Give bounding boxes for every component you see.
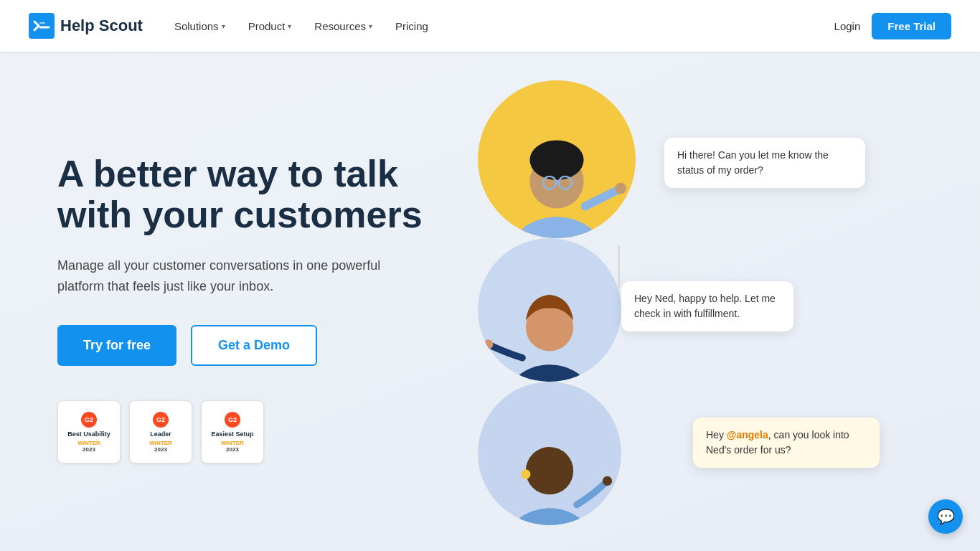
chat-bubble-2: Hey Ned, happy to help. Let me check in … (621, 281, 793, 331)
svg-point-8 (505, 364, 593, 382)
svg-point-11 (505, 508, 593, 525)
chevron-down-icon: ▾ (288, 22, 291, 30)
badge-title-3: Easiest Setup (211, 430, 253, 438)
badge-season-1: WINTER (77, 440, 100, 446)
badge-best-usability: G2 Best Usability WINTER 2023 (57, 400, 121, 463)
g2-logo-2: G2 (153, 412, 169, 428)
person-1-circle (478, 80, 636, 238)
badge-year-1: 2023 (83, 446, 95, 453)
mention-tag: @angela (727, 429, 768, 441)
svg-point-7 (615, 183, 626, 194)
logo-link[interactable]: Help Scout (29, 13, 143, 39)
svg-point-3 (529, 140, 583, 179)
try-free-button[interactable]: Try for free (57, 325, 176, 366)
svg-point-14 (603, 476, 612, 486)
nav-left: Help Scout Solutions ▾ Product ▾ Resourc… (29, 13, 437, 39)
chevron-down-icon: ▾ (369, 22, 372, 30)
hero-content: A better way to talk with your customers… (57, 154, 445, 464)
hero-buttons: Try for free Get a Demo (57, 325, 445, 366)
svg-point-1 (507, 217, 607, 238)
nav-item-resources[interactable]: Resources ▾ (306, 14, 381, 38)
svg-point-13 (521, 469, 530, 479)
hero-illustration: Hi there! Can you let me know the status… (478, 80, 980, 525)
get-demo-button[interactable]: Get a Demo (191, 325, 317, 366)
svg-point-12 (526, 447, 573, 494)
chevron-down-icon: ▾ (222, 22, 225, 30)
badge-year-2: 2023 (154, 446, 167, 453)
navbar: Help Scout Solutions ▾ Product ▾ Resourc… (0, 0, 980, 52)
hero-title: A better way to talk with your customers (57, 154, 445, 235)
chat-scene: Hi there! Can you let me know the status… (478, 80, 980, 525)
nav-right: Login Free Trial (834, 13, 951, 39)
bubble-divider (618, 245, 620, 288)
hero-section: A better way to talk with your customers… (0, 52, 980, 551)
badge-year-3: 2023 (226, 446, 239, 453)
svg-rect-0 (29, 13, 55, 39)
logo-text: Help Scout (60, 17, 143, 35)
nav-item-pricing[interactable]: Pricing (387, 14, 437, 38)
nav-item-product[interactable]: Product ▾ (240, 14, 301, 38)
svg-point-10 (484, 339, 493, 349)
hero-subtitle: Manage all your customer conversations i… (57, 255, 387, 297)
nav-item-solutions[interactable]: Solutions ▾ (166, 14, 234, 38)
free-trial-button[interactable]: Free Trial (872, 13, 951, 39)
badge-title-1: Best Usability (67, 430, 110, 438)
chat-bubble-3: Hey @angela, can you look into Ned's ord… (693, 418, 880, 468)
chat-widget-button[interactable]: 💬 (928, 499, 963, 534)
badges-container: G2 Best Usability WINTER 2023 G2 Leader … (57, 400, 445, 463)
badge-easiest-setup: G2 Easiest Setup WINTER 2023 (201, 400, 264, 463)
badge-season-2: WINTER (149, 440, 172, 446)
person-2-svg (478, 253, 621, 382)
person-1-svg (478, 96, 636, 238)
login-link[interactable]: Login (834, 20, 861, 32)
person-3-svg (478, 396, 621, 525)
g2-logo: G2 (81, 412, 97, 428)
nav-links: Solutions ▾ Product ▾ Resources ▾ Pricin… (166, 14, 437, 38)
chat-bubble-1: Hi there! Can you let me know the status… (664, 138, 865, 188)
badge-leader: G2 Leader WINTER 2023 (129, 400, 192, 463)
person-2-circle (478, 238, 621, 382)
person-3-circle (478, 382, 621, 525)
logo-icon (29, 13, 55, 39)
chat-widget-icon: 💬 (937, 508, 955, 525)
badge-season-3: WINTER (221, 440, 244, 446)
badge-title-2: Leader (150, 430, 171, 438)
g2-logo-3: G2 (225, 412, 240, 428)
